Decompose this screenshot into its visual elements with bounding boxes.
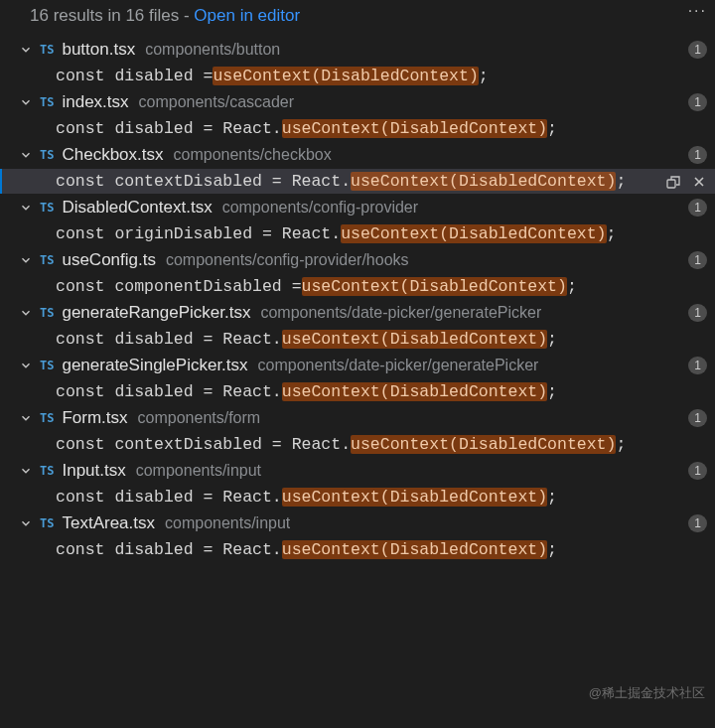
chevron-down-icon[interactable]: [18, 200, 34, 216]
search-match-row[interactable]: const contextDisabled = React.useContext…: [0, 169, 715, 194]
file-name: Input.tsx: [62, 461, 125, 481]
match-post: ;: [567, 277, 577, 296]
file-path: components/date-picker/generatePicker: [260, 304, 541, 322]
match-highlight: useContext(DisabledContext): [302, 277, 567, 296]
match-highlight: useContext(DisabledContext): [351, 172, 616, 191]
file-path: components/input: [136, 462, 261, 480]
match-count-badge: 1: [688, 41, 707, 59]
search-file-row[interactable]: TSbutton.tsxcomponents/button1: [0, 36, 715, 64]
file-path: components/checkbox: [174, 146, 332, 164]
match-pre: const disabled = React.: [56, 330, 282, 349]
ts-file-icon: TS: [40, 516, 54, 530]
chevron-down-icon[interactable]: [18, 410, 34, 426]
ts-file-icon: TS: [40, 253, 54, 267]
match-post: ;: [616, 172, 626, 191]
open-in-editor-link[interactable]: Open in editor: [194, 6, 300, 25]
more-actions-icon[interactable]: ···: [688, 2, 707, 20]
search-file-row[interactable]: TSTextArea.tsxcomponents/input1: [0, 510, 715, 537]
search-file-row[interactable]: TSgenerateSinglePicker.tsxcomponents/dat…: [0, 352, 715, 379]
match-count-badge: 1: [688, 514, 707, 532]
search-file-row[interactable]: TSInput.tsxcomponents/input1: [0, 457, 715, 485]
search-file-row[interactable]: TSForm.tsxcomponents/form1: [0, 404, 715, 432]
svg-rect-0: [667, 180, 675, 188]
match-pre: const componentDisabled =: [56, 277, 302, 296]
chevron-down-icon[interactable]: [18, 252, 34, 268]
file-name: index.tsx: [62, 92, 128, 112]
match-pre: const disabled =: [56, 67, 213, 85]
match-pre: const disabled = React.: [56, 488, 282, 507]
ts-file-icon: TS: [40, 411, 54, 425]
match-post: ;: [547, 119, 557, 138]
file-name: generateRangePicker.tsx: [62, 303, 250, 323]
ts-file-icon: TS: [40, 306, 54, 320]
search-match-row[interactable]: const disabled = React.useContext(Disabl…: [0, 116, 715, 141]
search-match-row[interactable]: const disabled = React.useContext(Disabl…: [0, 485, 715, 510]
match-count-badge: 1: [688, 93, 707, 111]
chevron-down-icon[interactable]: [18, 358, 34, 373]
search-match-row[interactable]: const disabled = React.useContext(Disabl…: [0, 537, 715, 562]
match-pre: const contextDisabled = React.: [56, 435, 351, 454]
file-name: Checkbox.tsx: [62, 145, 163, 165]
chevron-down-icon[interactable]: [18, 147, 34, 163]
match-post: ;: [547, 540, 557, 559]
match-highlight: useContext(DisabledContext): [351, 435, 616, 454]
match-highlight: useContext(DisabledContext): [213, 67, 478, 85]
match-post: ;: [547, 382, 557, 401]
search-match-row[interactable]: const disabled = React.useContext(Disabl…: [0, 327, 715, 352]
match-pre: const originDisabled = React.: [56, 224, 341, 243]
ts-file-icon: TS: [40, 43, 54, 57]
file-path: components/config-provider/hooks: [166, 251, 409, 269]
search-match-row[interactable]: const componentDisabled = useContext(Dis…: [0, 274, 715, 299]
chevron-down-icon[interactable]: [18, 463, 34, 479]
replace-icon[interactable]: [665, 174, 681, 190]
ts-file-icon: TS: [40, 95, 54, 109]
file-name: useConfig.ts: [62, 250, 156, 270]
match-count-badge: 1: [688, 146, 707, 164]
ts-file-icon: TS: [40, 201, 54, 215]
file-path: components/config-provider: [222, 199, 418, 217]
match-count-badge: 1: [688, 409, 707, 427]
match-post: ;: [479, 67, 489, 85]
chevron-down-icon[interactable]: [18, 305, 34, 321]
watermark-text: @稀土掘金技术社区: [589, 684, 705, 702]
chevron-down-icon[interactable]: [18, 42, 34, 58]
file-path: components/button: [145, 41, 280, 59]
match-highlight: useContext(DisabledContext): [282, 119, 547, 138]
search-match-row[interactable]: const originDisabled = React.useContext(…: [0, 221, 715, 246]
match-post: ;: [547, 488, 557, 507]
file-path: components/input: [165, 514, 290, 532]
dismiss-icon[interactable]: [691, 174, 707, 190]
match-count-badge: 1: [688, 251, 707, 269]
search-file-row[interactable]: TSDisabledContext.tsxcomponents/config-p…: [0, 194, 715, 221]
search-match-row[interactable]: const contextDisabled = React.useContext…: [0, 432, 715, 457]
match-pre: const disabled = React.: [56, 382, 282, 401]
file-name: button.tsx: [62, 40, 135, 60]
match-count-badge: 1: [688, 304, 707, 322]
match-highlight: useContext(DisabledContext): [282, 330, 547, 349]
search-match-row[interactable]: const disabled = React.useContext(Disabl…: [0, 379, 715, 404]
match-pre: const disabled = React.: [56, 119, 282, 138]
summary-text: 16 results in 16 files -: [30, 6, 194, 25]
ts-file-icon: TS: [40, 464, 54, 478]
search-match-row[interactable]: const disabled = useContext(DisabledCont…: [0, 64, 715, 88]
match-highlight: useContext(DisabledContext): [282, 540, 547, 559]
chevron-down-icon[interactable]: [18, 515, 34, 531]
file-path: components/form: [138, 409, 261, 427]
match-count-badge: 1: [688, 357, 707, 374]
search-file-row[interactable]: TSuseConfig.tscomponents/config-provider…: [0, 246, 715, 274]
match-post: ;: [616, 435, 626, 454]
search-results-list: TSbutton.tsxcomponents/button1const disa…: [0, 36, 715, 562]
match-post: ;: [547, 330, 557, 349]
chevron-down-icon[interactable]: [18, 94, 34, 110]
search-file-row[interactable]: TSgenerateRangePicker.tsxcomponents/date…: [0, 299, 715, 327]
ts-file-icon: TS: [40, 148, 54, 162]
search-file-row[interactable]: TSCheckbox.tsxcomponents/checkbox1: [0, 141, 715, 169]
file-name: DisabledContext.tsx: [62, 198, 212, 218]
search-file-row[interactable]: TSindex.tsxcomponents/cascader1: [0, 88, 715, 116]
match-highlight: useContext(DisabledContext): [341, 224, 606, 243]
match-highlight: useContext(DisabledContext): [282, 382, 547, 401]
match-count-badge: 1: [688, 199, 707, 217]
match-post: ;: [607, 224, 617, 243]
match-pre: const disabled = React.: [56, 540, 282, 559]
match-pre: const contextDisabled = React.: [56, 172, 351, 191]
